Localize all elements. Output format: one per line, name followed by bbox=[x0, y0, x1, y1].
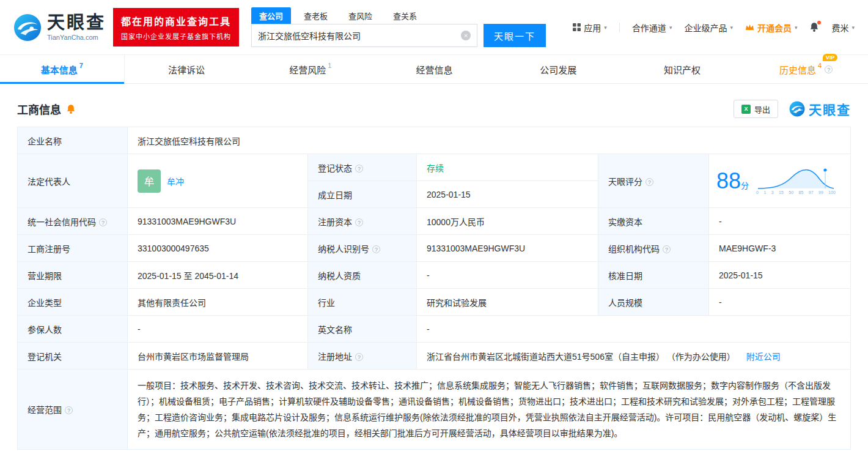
help-icon[interactable]: ? bbox=[372, 245, 380, 253]
vip-badge: VIP bbox=[823, 54, 838, 61]
table-row: 统一社会信用代码? 91331003MAE9HGWF3U 注册资本? 10000… bbox=[18, 208, 851, 235]
search-tab-boss[interactable]: 查老板 bbox=[296, 7, 336, 24]
field-label: 营业期限 bbox=[18, 262, 128, 289]
search-input[interactable] bbox=[258, 31, 461, 40]
tab-history-info[interactable]: 历史信息 4 ? VIP bbox=[744, 55, 868, 83]
business-info-section: 企业名称 浙江交旅低空科技有限公司 法定代表人 牟 牟冲 登记状态? 存续 天眼… bbox=[17, 127, 851, 450]
search-box: × bbox=[251, 24, 477, 47]
field-value: 2025-01-15 bbox=[417, 181, 598, 208]
field-label: 参保人数 bbox=[18, 316, 128, 343]
header-nav: 应用 ▾ 合作通道 ▾ 企业级产品 ▾ 开通会员 ▾ 费米 bbox=[573, 21, 855, 34]
help-icon[interactable]: ? bbox=[65, 406, 73, 414]
field-label: 法定代表人 bbox=[18, 154, 128, 208]
section-header: 工商信息 X 导出 天眼查 bbox=[17, 100, 851, 118]
promo-slogan: 都在用的商业查询工具 国家中小企业发展子基金旗下机构 bbox=[113, 8, 239, 46]
field-value: - bbox=[709, 208, 851, 235]
nav-cooperation[interactable]: 合作通道 ▾ bbox=[632, 21, 672, 34]
chevron-down-icon: ▾ bbox=[604, 24, 607, 31]
nav-divider bbox=[619, 23, 620, 32]
slogan-line1: 都在用的商业查询工具 bbox=[121, 13, 231, 28]
field-value: - bbox=[417, 316, 851, 343]
search-area: 查公司 查老板 查风险 查关系 × 天眼一下 bbox=[251, 7, 546, 47]
field-value: 浙江省台州市黄岩区北城街道站西大道51号506室（自主申报） （作为办公使用） … bbox=[417, 343, 851, 370]
chevron-down-icon: ▾ bbox=[795, 24, 798, 31]
field-value: 存续 bbox=[417, 154, 598, 181]
field-value: 牟 牟冲 bbox=[128, 154, 308, 208]
field-label: 成立日期 bbox=[308, 181, 417, 208]
tianyancha-logo[interactable]: 天眼查 TianYanCha.com bbox=[13, 13, 106, 42]
company-tabbar: 基本信息 7 法律诉讼 经营风险 1 经营信息 公司发展 知识产权 历史信息 4… bbox=[0, 55, 868, 84]
nav-open-vip[interactable]: 开通会员 ▾ bbox=[745, 21, 798, 34]
search-tab-risk[interactable]: 查风险 bbox=[340, 7, 380, 24]
field-value: 88分 0131550859799100 bbox=[709, 154, 851, 208]
field-value: - bbox=[417, 262, 598, 289]
field-label: 实缴资本 bbox=[598, 208, 709, 235]
chevron-down-icon: ▾ bbox=[669, 24, 672, 31]
nav-user-menu[interactable]: 费米 ▾ bbox=[831, 21, 855, 34]
table-row: 登记机关 台州市黄岩区市场监督管理局 注册地址? 浙江省台州市黄岩区北城街道站西… bbox=[18, 343, 851, 370]
export-button[interactable]: X 导出 bbox=[734, 100, 778, 118]
search-tab-company[interactable]: 查公司 bbox=[251, 7, 291, 24]
search-tabs: 查公司 查老板 查风险 查关系 bbox=[251, 7, 546, 24]
tianyancha-logo-icon bbox=[789, 101, 805, 117]
search-tab-relation[interactable]: 查关系 bbox=[385, 7, 425, 24]
field-value: 331003000497635 bbox=[128, 235, 308, 262]
nav-cooperation-label: 合作通道 bbox=[632, 21, 666, 34]
field-value: 2025-01-15 至 2045-01-14 bbox=[128, 262, 308, 289]
help-icon[interactable]: ? bbox=[355, 218, 363, 226]
monitor-bell-icon[interactable] bbox=[66, 104, 76, 114]
field-value: MAE9HGWF-3 bbox=[709, 235, 851, 262]
field-label: 行业 bbox=[308, 289, 417, 316]
field-label: 工商注册号 bbox=[18, 235, 128, 262]
excel-icon: X bbox=[741, 105, 751, 114]
tab-label: 法律诉讼 bbox=[168, 63, 205, 76]
table-row: 参保人数 - 英文名称 - bbox=[18, 316, 851, 343]
score-axis-ticks: 0131550859799100 bbox=[756, 190, 836, 195]
help-icon[interactable]: ? bbox=[99, 218, 107, 226]
help-icon[interactable]: ? bbox=[355, 165, 363, 173]
legal-rep-avatar[interactable]: 牟 bbox=[138, 169, 161, 193]
score-value: 88 bbox=[716, 168, 741, 193]
nav-vip-label: 开通会员 bbox=[757, 21, 792, 34]
help-icon[interactable]: ? bbox=[645, 178, 653, 186]
tab-label: 历史信息 bbox=[779, 63, 816, 76]
nearby-companies-link[interactable]: 附近公司 bbox=[746, 352, 781, 362]
help-icon[interactable]: ? bbox=[825, 65, 833, 73]
search-button[interactable]: 天眼一下 bbox=[484, 24, 546, 47]
tab-label: 公司发展 bbox=[540, 63, 576, 76]
nav-enterprise-products[interactable]: 企业级产品 ▾ bbox=[684, 21, 733, 34]
tab-company-development[interactable]: 公司发展 bbox=[496, 55, 620, 83]
chevron-down-icon: ▾ bbox=[851, 24, 855, 31]
clear-search-icon[interactable]: × bbox=[461, 31, 471, 40]
field-value: 浙江交旅低空科技有限公司 bbox=[128, 127, 851, 154]
field-value: 91331003MAE9HGWF3U bbox=[417, 235, 598, 262]
crown-icon bbox=[745, 24, 754, 31]
notification-bell[interactable] bbox=[809, 22, 819, 32]
table-row: 经营范围? 一般项目：技术服务、技术开发、技术咨询、技术交流、技术转让、技术推广… bbox=[18, 370, 851, 450]
export-label: 导出 bbox=[754, 103, 770, 115]
tab-label: 经营信息 bbox=[416, 63, 453, 76]
legal-rep-link[interactable]: 牟冲 bbox=[167, 175, 184, 187]
field-label: 纳税人资质 bbox=[308, 262, 417, 289]
field-value: 2025-01-15 bbox=[709, 262, 851, 289]
tab-operation-risk[interactable]: 经营风险 1 bbox=[248, 55, 372, 83]
table-row: 企业名称 浙江交旅低空科技有限公司 bbox=[18, 127, 851, 154]
nav-apps-label: 应用 bbox=[584, 21, 601, 34]
nav-apps[interactable]: 应用 ▾ bbox=[573, 21, 607, 34]
field-value: - bbox=[709, 289, 851, 316]
tab-operation-info[interactable]: 经营信息 bbox=[372, 55, 496, 83]
help-icon[interactable]: ? bbox=[663, 245, 671, 253]
help-icon[interactable]: ? bbox=[355, 353, 363, 361]
tianyan-score[interactable]: 88分 0131550859799100 bbox=[716, 168, 843, 195]
tab-legal-proceedings[interactable]: 法律诉讼 bbox=[125, 55, 249, 83]
tab-label: 基本信息 bbox=[41, 63, 78, 76]
field-label: 统一社会信用代码? bbox=[18, 208, 128, 235]
business-scope-text: 一般项目：技术服务、技术开发、技术咨询、技术交流、技术转让、技术推广；信息系统集… bbox=[128, 370, 851, 450]
table-row: 工商注册号 331003000497635 纳税人识别号? 91331003MA… bbox=[18, 235, 851, 262]
score-distribution-chart bbox=[756, 168, 836, 190]
tianyancha-logo-icon bbox=[13, 13, 42, 42]
watermark-text: 天眼查 bbox=[809, 100, 851, 118]
tab-intellectual-property[interactable]: 知识产权 bbox=[620, 55, 745, 83]
tab-basic-info[interactable]: 基本信息 7 bbox=[0, 55, 125, 83]
chevron-down-icon: ▾ bbox=[730, 24, 733, 31]
